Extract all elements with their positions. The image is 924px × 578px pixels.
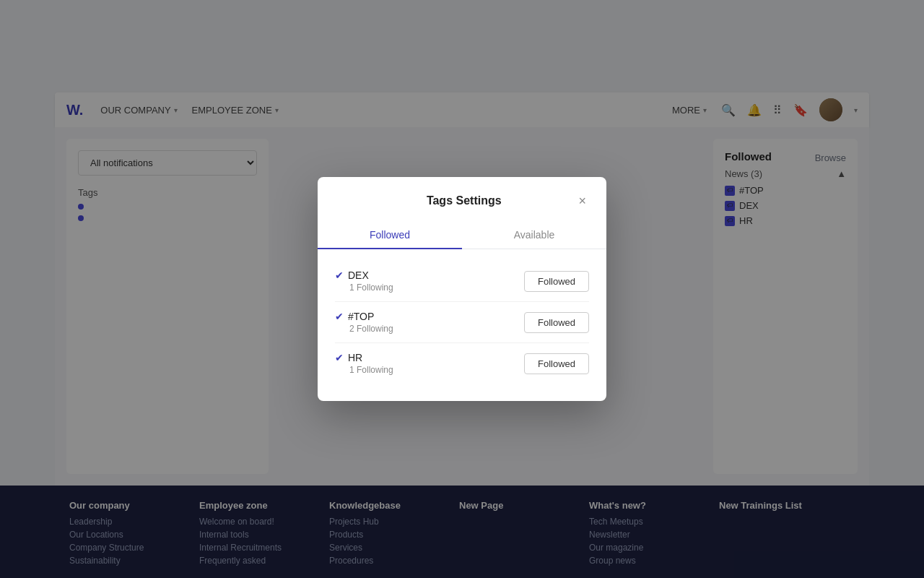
modal-tag-row-2: ✔HR1 FollowingFollowed — [335, 343, 589, 384]
tag-following-1: 2 Following — [349, 324, 393, 334]
checkmark-icon: ✔ — [335, 269, 344, 281]
modal-tag-row-1: ✔#TOP2 FollowingFollowed — [335, 302, 589, 343]
checkmark-icon: ✔ — [335, 352, 344, 363]
modal-title: Tags Settings — [352, 194, 575, 207]
tab-followed[interactable]: Followed — [318, 222, 462, 249]
tag-following-2: 1 Following — [349, 365, 393, 375]
modal-tag-row-0: ✔DEX1 FollowingFollowed — [335, 261, 589, 302]
modal-tabs: Followed Available — [318, 222, 606, 249]
tag-info-2: ✔HR1 Following — [335, 352, 393, 375]
tag-info-0: ✔DEX1 Following — [335, 269, 393, 293]
tag-name-text-2: HR — [348, 352, 362, 363]
followed-button-2[interactable]: Followed — [524, 353, 589, 374]
tag-following-0: 1 Following — [349, 282, 393, 293]
tag-name-row-0: ✔DEX — [335, 269, 393, 281]
tag-name-text-0: DEX — [348, 269, 369, 281]
app-container: W. OUR COMPANY ▾ EMPLOYEE ZONE ▾ MORE ▾ … — [0, 0, 924, 578]
followed-button-1[interactable]: Followed — [524, 312, 589, 333]
tag-name-row-1: ✔#TOP — [335, 311, 393, 322]
modal-header: Tags Settings × — [318, 177, 606, 210]
tag-name-row-2: ✔HR — [335, 352, 393, 363]
modal-body: ✔DEX1 FollowingFollowed✔#TOP2 FollowingF… — [318, 249, 606, 401]
tag-name-text-1: #TOP — [348, 311, 374, 322]
checkmark-icon: ✔ — [335, 311, 344, 322]
tab-available[interactable]: Available — [462, 222, 606, 249]
tag-info-1: ✔#TOP2 Following — [335, 311, 393, 334]
tags-settings-modal: Tags Settings × Followed Available ✔DEX1… — [318, 177, 606, 401]
followed-button-0[interactable]: Followed — [524, 271, 589, 292]
modal-close-button[interactable]: × — [575, 191, 589, 210]
